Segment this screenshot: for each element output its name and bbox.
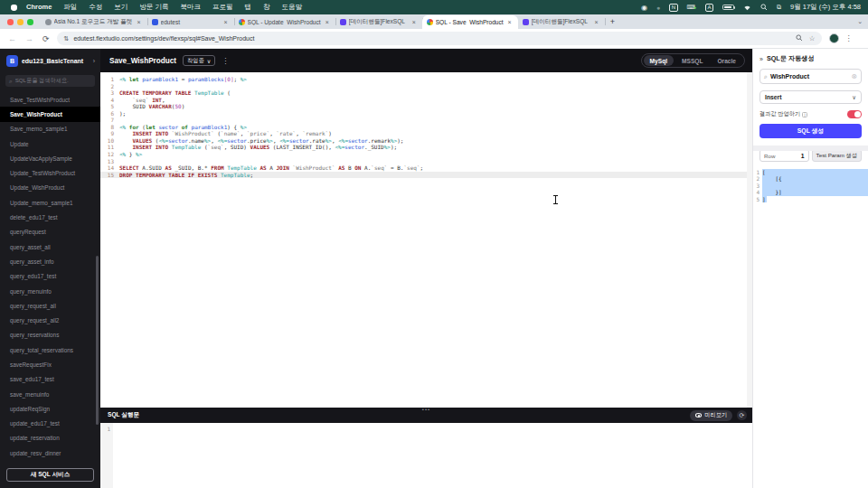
profile-avatar[interactable] <box>829 33 839 43</box>
sql-code-editor[interactable]: 1<% let paramBlock1 = paramBlocks[0]; %>… <box>100 72 752 408</box>
sidebar-item-query_edu17_test[interactable]: query_edu17_test <box>0 269 100 284</box>
menubar-item[interactable]: 보기 <box>114 3 127 11</box>
tab-close-icon[interactable]: × <box>593 19 600 25</box>
url-text[interactable]: edutest.flextudio.com/settings/dev/flexs… <box>73 35 254 42</box>
sidebar-item-query_asset_info[interactable]: query_asset_info <box>0 254 100 268</box>
tab-close-icon[interactable]: × <box>222 19 229 25</box>
browser-tab[interactable]: SQL - Update_WishProduct× <box>234 15 335 29</box>
menubar-item[interactable]: 창 <box>263 3 270 11</box>
bookmark-star-icon[interactable]: ☆ <box>809 34 816 42</box>
collapse-panel-icon[interactable]: » <box>760 56 763 62</box>
sidebar-item-query_request_all[interactable]: query_request_all <box>0 298 100 313</box>
browser-menu-icon[interactable]: ⋮ <box>845 34 853 42</box>
sidebar-item-delete_edu17_test[interactable]: delete_edu17_test <box>0 210 100 224</box>
status-dropdown[interactable]: 작업중∨ <box>183 55 215 66</box>
ime-icon[interactable]: ⌨● <box>687 4 696 11</box>
site-info-icon[interactable]: ⇅ <box>64 35 70 42</box>
sidebar-item-save_testwishproduct[interactable]: Save_TestWishProduct <box>0 92 100 107</box>
tab-search-chevron-icon[interactable]: ⌄ <box>857 18 863 25</box>
tab-close-icon[interactable]: × <box>324 19 331 25</box>
tab-close-icon[interactable]: × <box>506 19 514 25</box>
menubar-item[interactable]: 프로필 <box>212 3 233 11</box>
sidebar-item-updatereqsign[interactable]: updateReqSign <box>0 401 100 416</box>
close-window-button[interactable] <box>7 19 14 25</box>
input-a-icon[interactable]: A <box>705 4 713 12</box>
reload-button[interactable]: ⟳ <box>42 34 50 43</box>
sidebar-item-queryrequest[interactable]: queryRequest <box>0 225 100 239</box>
sql-exec-title: SQL 실행문 <box>108 411 139 419</box>
sql-service-list: Save_TestWishProductSave_WishProductSave… <box>0 92 100 465</box>
sidebar-item-update_memo_sample1[interactable]: Update_memo_sample1 <box>0 195 100 210</box>
sidebar-item-update_testwishproduct[interactable]: Update_TestWishProduct <box>0 165 100 180</box>
db-tab-oracle[interactable]: Oracle <box>711 55 742 66</box>
sidebar-item-update_wishproduct[interactable]: Update_WishProduct <box>0 181 100 195</box>
sidebar-item-query_menuinfo[interactable]: query_menuinfo <box>0 284 100 298</box>
statement-type-select[interactable]: Insert ∨ <box>760 90 862 104</box>
tab-close-icon[interactable]: × <box>135 19 142 25</box>
address-bar[interactable]: ⇅ edutest.flextudio.com/settings/dev/fle… <box>57 32 822 45</box>
db-tab-mssql[interactable]: MSSQL <box>675 55 709 66</box>
notion-icon[interactable]: N <box>669 4 677 12</box>
sidebar-item-save_edu17_test[interactable]: save_edu17_test <box>0 372 100 387</box>
clear-icon[interactable]: ⊗ <box>852 72 857 80</box>
refresh-exec-icon[interactable]: ⟳ <box>737 410 747 420</box>
more-options-icon[interactable]: ⋮ <box>222 57 229 65</box>
dim-circle-icon[interactable]: ● <box>656 5 660 11</box>
sidebar-item-save_menuinfo[interactable]: save_menuinfo <box>0 387 100 401</box>
tenant-selector[interactable]: B edu123_BasicTenant › <box>0 49 100 72</box>
menubar-item[interactable]: 탭 <box>244 3 251 11</box>
record-icon[interactable]: ◉ <box>641 4 647 12</box>
sidebar-scrollbar[interactable] <box>96 256 99 425</box>
splitter-handle[interactable]: ••• <box>422 407 430 412</box>
new-sql-service-button[interactable]: 새 SQL 서비스 <box>6 468 94 482</box>
browser-tab[interactable]: [데이터핸들]FlexSQL× <box>335 15 422 29</box>
info-icon[interactable]: i <box>802 112 807 117</box>
test-param-button[interactable]: Test Param 생성 <box>812 149 862 162</box>
menubar-item[interactable]: 도움말 <box>281 3 302 11</box>
menubar-item[interactable]: 수정 <box>89 3 102 11</box>
sidebar-search-input[interactable]: ⌕ SQL문을 검색하세요. <box>5 75 95 87</box>
sidebar-item-query_total_reservations[interactable]: query_total_reservations <box>0 343 100 357</box>
sidebar-item-save_wishproduct[interactable]: Save_WishProduct <box>0 107 100 121</box>
browser-tab[interactable]: SQL - Save_WishProduct× <box>422 15 518 29</box>
table-search-input[interactable]: ⌕ WishProduct ⊗ <box>760 69 862 84</box>
line-number: 9 <box>100 130 119 137</box>
db-tab-mysql[interactable]: MySql <box>644 55 674 66</box>
control-center-icon[interactable]: ⧉ <box>777 4 781 11</box>
browser-tab[interactable]: Asia No.1 로우코드 개발 플랫폼 |× <box>41 15 147 29</box>
minimize-window-button[interactable] <box>17 19 24 25</box>
new-tab-button[interactable]: + <box>610 17 615 26</box>
sql-exec-editor[interactable]: 1 <box>100 423 752 488</box>
menubar-clock[interactable]: 9월 17일 (수) 오후 4:58 <box>790 3 861 12</box>
sidebar-item-update_edu17_test[interactable]: update_edu17_test <box>0 417 100 431</box>
maximize-window-button[interactable] <box>27 19 33 25</box>
sidebar-item-update_reservation[interactable]: update_reservation <box>0 431 100 446</box>
sidebar-item-saverequestfix[interactable]: saveRequestFix <box>0 357 100 371</box>
forward-button[interactable]: → <box>25 34 33 43</box>
browser-tab[interactable]: [데이터핸들]FlexSQL× <box>518 15 605 29</box>
back-button[interactable]: ← <box>8 34 16 43</box>
browser-tab[interactable]: edutest× <box>147 15 234 29</box>
row-count-input[interactable]: Row 1 <box>760 149 809 162</box>
sidebar-item-query_asset_all[interactable]: query_asset_all <box>0 239 100 254</box>
sidebar-item-updatevacapplysample[interactable]: UpdateVacApplySample <box>0 151 100 165</box>
sidebar-item-query_reservations[interactable]: query_reservations <box>0 328 100 343</box>
generate-sql-button[interactable]: SQL 생성 <box>760 124 862 138</box>
menubar-item[interactable]: Chrome <box>26 3 52 11</box>
sidebar-item-query_request_all2[interactable]: query_request_all2 <box>0 313 100 327</box>
battery-icon[interactable] <box>722 5 734 11</box>
test-param-editor[interactable]: 1[2 [{3 4 }]5] <box>753 169 868 202</box>
sidebar-item-update[interactable]: Update <box>0 136 100 151</box>
tab-close-icon[interactable]: × <box>410 19 418 25</box>
menubar-item[interactable]: 파일 <box>63 3 77 11</box>
reflect-toggle[interactable] <box>847 110 862 118</box>
lens-search-icon[interactable] <box>796 34 803 43</box>
preview-button[interactable]: 미리보기 <box>690 410 732 421</box>
sidebar-item-update_resv_dinner[interactable]: update_resv_dinner <box>0 446 100 460</box>
menubar-item[interactable]: 방문 기록 <box>139 3 168 11</box>
apple-icon[interactable] <box>11 5 17 11</box>
search-icon[interactable] <box>760 4 768 11</box>
wifi-icon[interactable] <box>743 5 751 11</box>
sidebar-item-save_memo_sample1[interactable]: Save_memo_sample1 <box>0 122 100 136</box>
menubar-item[interactable]: 북마크 <box>180 3 201 11</box>
